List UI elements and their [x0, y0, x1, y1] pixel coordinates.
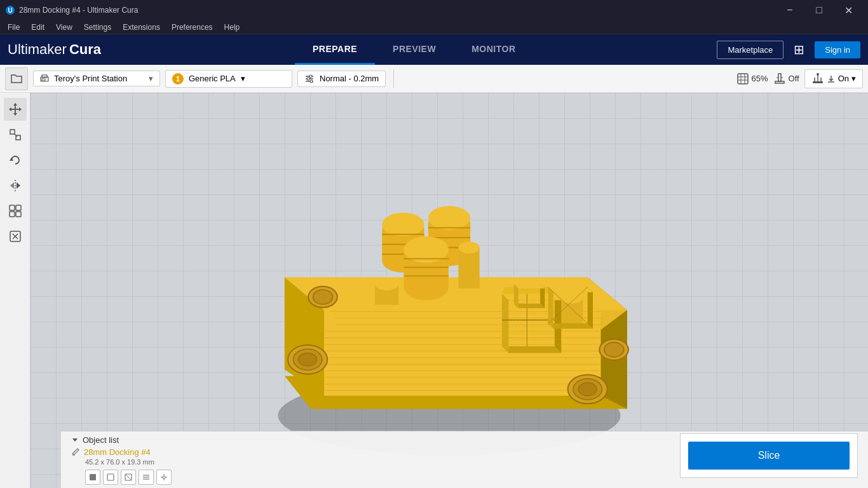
- per-model-settings-tool[interactable]: [4, 200, 27, 222]
- wireframe-view-icon: [106, 473, 115, 482]
- viewport[interactable]: Object list 28mm Docking #4 45.2 x 76.0 …: [31, 93, 868, 488]
- material-selector[interactable]: 1 Generic PLA ▾: [165, 70, 292, 88]
- svg-text:U: U: [8, 7, 12, 14]
- marketplace-button[interactable]: Marketplace: [717, 41, 783, 59]
- support-toggle[interactable]: Off: [773, 72, 799, 85]
- logo-cura: Cura: [69, 41, 101, 58]
- slice-button[interactable]: Slice: [688, 442, 850, 470]
- material-chevron: ▾: [241, 74, 245, 83]
- menu-bar: File Edit View Settings Extensions Prefe…: [0, 20, 868, 34]
- secondary-toolbar: Teroy's Print Station ▾ 1 Generic PLA ▾ …: [0, 65, 868, 93]
- printer-icon: [40, 74, 49, 83]
- svg-marker-104: [502, 294, 508, 353]
- svg-rect-20: [813, 81, 823, 83]
- svg-marker-102: [555, 294, 561, 353]
- secondary-toolbar-right: 65% Off On ▾: [736, 69, 863, 88]
- adhesion-control[interactable]: On ▾: [804, 69, 863, 88]
- move-tool[interactable]: [4, 98, 27, 121]
- solid-view-icon: [88, 473, 97, 482]
- adhesion-chevron: ▾: [851, 74, 856, 83]
- menu-file[interactable]: File: [3, 22, 25, 33]
- settings-label: Normal - 0.2mm: [320, 74, 379, 83]
- infill-percentage: 65%: [752, 74, 768, 83]
- svg-point-8: [309, 75, 312, 78]
- svg-point-100: [459, 241, 480, 254]
- svg-marker-28: [19, 107, 22, 111]
- menu-settings[interactable]: Settings: [79, 22, 116, 33]
- svg-rect-16: [778, 74, 781, 81]
- svg-point-76: [382, 213, 424, 236]
- svg-rect-17: [775, 81, 784, 83]
- printer-selector[interactable]: Teroy's Print Station ▾: [33, 71, 160, 86]
- window-title: 28mm Docking #4 - Ultimaker Cura: [19, 6, 138, 15]
- edit-object-icon[interactable]: [71, 447, 80, 456]
- settings-selector[interactable]: Normal - 0.2mm: [297, 71, 386, 87]
- rotate-tool[interactable]: [4, 149, 27, 172]
- adhesion-icon: [811, 72, 824, 85]
- svg-point-73: [604, 342, 624, 357]
- view-xray-btn[interactable]: [121, 470, 136, 485]
- model-settings-icon: [159, 473, 168, 482]
- collapse-icon: [71, 436, 79, 444]
- mirror-tool[interactable]: [4, 174, 27, 197]
- svg-point-9: [307, 78, 309, 80]
- svg-marker-101: [502, 346, 561, 353]
- svg-marker-112: [548, 323, 593, 329]
- xray-view-icon: [124, 473, 133, 482]
- per-model-icon: [8, 204, 22, 218]
- svg-marker-110: [514, 284, 545, 288]
- menu-edit[interactable]: Edit: [26, 22, 50, 33]
- slice-panel-border: Slice: [680, 433, 858, 478]
- tab-monitor[interactable]: MONITOR: [454, 34, 533, 65]
- svg-marker-26: [13, 113, 17, 116]
- scale-icon: [8, 128, 22, 142]
- menu-view[interactable]: View: [51, 22, 78, 33]
- material-name: Generic PLA: [189, 74, 236, 83]
- view-solid-btn[interactable]: [85, 470, 100, 485]
- infill-control[interactable]: 65%: [736, 72, 768, 85]
- logo-area: Ultimaker Cura: [8, 41, 101, 58]
- svg-point-68: [313, 290, 332, 304]
- rotate-icon: [8, 153, 22, 167]
- svg-rect-127: [107, 474, 114, 480]
- app-icon: U: [5, 5, 15, 15]
- menu-preferences[interactable]: Preferences: [166, 22, 218, 33]
- grid-icon[interactable]: ⊞: [791, 39, 807, 60]
- svg-rect-37: [16, 205, 21, 210]
- view-wireframe-btn[interactable]: [103, 470, 118, 485]
- view-layers-btn[interactable]: [139, 470, 154, 485]
- svg-rect-11: [738, 74, 748, 84]
- svg-marker-34: [10, 182, 14, 189]
- material-number-badge: 1: [172, 73, 184, 85]
- toolbar-right: Marketplace ⊞ Sign in: [717, 39, 860, 60]
- svg-rect-99: [459, 248, 480, 288]
- view-settings-btn[interactable]: [156, 470, 172, 485]
- top-toolbar: Ultimaker Cura PREPARE PREVIEW MONITOR M…: [0, 34, 868, 65]
- left-toolbar: [0, 93, 31, 488]
- support-blocker-tool[interactable]: [4, 225, 27, 248]
- menu-extensions[interactable]: Extensions: [118, 22, 165, 33]
- title-bar: U 28mm Docking #4 - Ultimaker Cura − □ ✕: [0, 0, 868, 20]
- maximize-button[interactable]: □: [804, 0, 834, 20]
- 3d-model-view: [31, 93, 868, 488]
- nav-tabs: PREPARE PREVIEW MONITOR: [111, 34, 717, 65]
- svg-point-82: [428, 206, 470, 229]
- object-list-label: Object list: [83, 435, 119, 445]
- tab-prepare[interactable]: PREPARE: [295, 34, 375, 65]
- main-area: Object list 28mm Docking #4 45.2 x 76.0 …: [0, 93, 868, 488]
- close-button[interactable]: ✕: [834, 0, 863, 20]
- svg-point-133: [163, 476, 165, 478]
- svg-point-94: [375, 277, 398, 290]
- tab-preview[interactable]: PREVIEW: [375, 34, 454, 65]
- svg-marker-113: [588, 287, 593, 329]
- svg-point-71: [578, 383, 597, 396]
- minimize-button[interactable]: −: [775, 0, 804, 20]
- slice-panel: Slice: [680, 433, 858, 478]
- scale-tool[interactable]: [4, 123, 27, 146]
- svg-rect-36: [10, 205, 15, 210]
- folder-button[interactable]: [5, 67, 28, 90]
- toolbar-separator-1: [393, 70, 394, 88]
- signin-button[interactable]: Sign in: [815, 41, 860, 58]
- menu-help[interactable]: Help: [219, 22, 245, 33]
- support-blocker-icon: [8, 229, 22, 243]
